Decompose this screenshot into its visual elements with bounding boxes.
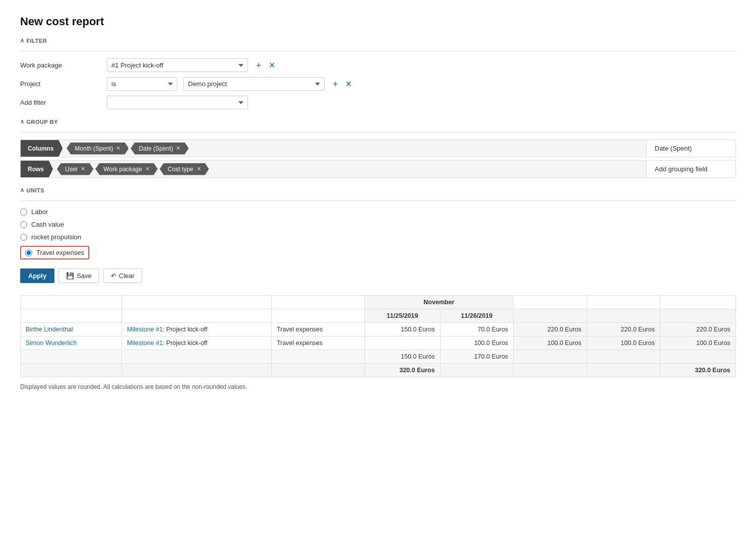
- columns-bar: Columns Month (Spent) ✕ Date (Spent) ✕ D…: [20, 140, 736, 157]
- columns-bar-label: Columns: [21, 140, 62, 157]
- rows-bar-label: Rows: [21, 161, 53, 177]
- tag-cost-type: Cost type ✕: [160, 163, 209, 175]
- totals-empty-4: [514, 350, 587, 364]
- radio-labor-label: Labor: [31, 208, 48, 216]
- tag-user-label: User: [65, 166, 78, 173]
- add-filter-label: Add filter: [20, 99, 101, 106]
- cell-project-2: Project kick-off: [166, 340, 208, 347]
- grand-empty-1: [21, 364, 122, 377]
- totals-empty-1: [21, 350, 122, 364]
- tag-work-package-label: Work package: [103, 166, 142, 173]
- grand-empty-2: [122, 364, 272, 377]
- filter-row-project: Project is Demo project + ✕: [20, 77, 736, 91]
- tag-month-spent-remove[interactable]: ✕: [116, 145, 120, 152]
- grand-empty-5: [440, 364, 513, 377]
- radio-rocket[interactable]: rocket propulsion: [20, 233, 736, 241]
- tag-user-remove[interactable]: ✕: [81, 166, 85, 172]
- cell-sub1-2: 100.0 Euros: [514, 336, 587, 350]
- grand-total: 320.0 Euros: [660, 364, 735, 377]
- radio-travel-input[interactable]: [25, 249, 32, 256]
- th-empty-3: [272, 296, 365, 309]
- th-empty-2: [122, 296, 272, 309]
- radio-cash-value-input[interactable]: [20, 221, 27, 228]
- th-date1: 11/25/2019: [364, 309, 440, 323]
- tag-cost-type-label: Cost type: [168, 166, 194, 173]
- radio-rocket-input[interactable]: [20, 234, 27, 241]
- radio-travel-label: Travel expenses: [36, 249, 84, 256]
- tag-month-spent: Month (Spent) ✕: [67, 143, 129, 155]
- units-radio-group: Labor Cash value rocket propulsion Trave…: [20, 208, 736, 259]
- filter-label: FILTER: [20, 37, 736, 44]
- cell-sub3-2: 100.0 Euros: [660, 336, 735, 350]
- cell-milestone-1[interactable]: Milestone #1: Project kick-off: [122, 323, 272, 336]
- cell-sub3-1: 220.0 Euros: [660, 323, 735, 336]
- units-label: UNITS: [20, 187, 736, 193]
- cell-user-1[interactable]: Birthe Lindenthal: [21, 323, 122, 336]
- tag-user: User ✕: [57, 163, 93, 175]
- cell-sub2-2: 100.0 Euros: [587, 336, 660, 350]
- th-november: November: [364, 296, 513, 309]
- grand-empty-7: [587, 364, 660, 377]
- filter-operator-project[interactable]: is: [107, 77, 177, 91]
- cell-date1-2: [364, 336, 440, 350]
- th-sub3: [660, 309, 735, 323]
- cell-sub2-1: 220.0 Euros: [587, 323, 660, 336]
- tag-cost-type-remove[interactable]: ✕: [197, 166, 201, 172]
- th-empty-1: [21, 296, 122, 309]
- radio-cash-value[interactable]: Cash value: [20, 221, 736, 228]
- filter-label-project: Project: [20, 80, 101, 88]
- th-cost-type: [272, 309, 365, 323]
- grand-empty-3: [272, 364, 365, 377]
- totals-date1: 150.0 Euros: [364, 350, 440, 364]
- filter-value-work-package[interactable]: #1 Project kick-off: [107, 58, 248, 72]
- cell-milestone-2[interactable]: Milestone #1: Project kick-off: [122, 336, 272, 350]
- radio-travel[interactable]: Travel expenses: [20, 246, 89, 259]
- filter-value-project[interactable]: Demo project: [183, 77, 325, 91]
- cell-user-2[interactable]: Simon Wunderlich: [21, 336, 122, 350]
- th-empty-6: [660, 296, 735, 309]
- save-icon: 💾: [66, 272, 74, 280]
- th-empty-5: [587, 296, 660, 309]
- clear-label: Clear: [119, 272, 135, 280]
- tag-date-spent-remove[interactable]: ✕: [176, 145, 180, 152]
- apply-button[interactable]: Apply: [20, 268, 54, 283]
- th-empty-4: [514, 296, 587, 309]
- rows-tags: User ✕ Work package ✕ Cost type ✕: [53, 161, 646, 177]
- tag-date-spent-label: Date (Spent): [139, 145, 173, 152]
- save-label: Save: [77, 272, 92, 280]
- th-milestone: [122, 309, 272, 323]
- tag-work-package: Work package ✕: [95, 163, 157, 175]
- clear-button[interactable]: ↶ Clear: [103, 268, 142, 283]
- filter-section: FILTER Work package #1 Project kick-off …: [20, 37, 736, 109]
- filter-add-project[interactable]: +: [331, 80, 340, 89]
- tag-month-spent-label: Month (Spent): [75, 145, 113, 152]
- rows-bar: Rows User ✕ Work package ✕ Cost type ✕ A…: [20, 160, 736, 178]
- grand-empty-6: [514, 364, 587, 377]
- rows-grouping-select[interactable]: Add grouping field: [651, 163, 731, 175]
- tag-date-spent: Date (Spent) ✕: [131, 143, 188, 155]
- filter-remove-project[interactable]: ✕: [343, 79, 354, 89]
- radio-labor-input[interactable]: [20, 209, 27, 216]
- totals-empty-3: [272, 350, 365, 364]
- radio-labor[interactable]: Labor: [20, 208, 736, 216]
- tag-work-package-remove[interactable]: ✕: [145, 166, 150, 172]
- filter-add-work-package[interactable]: +: [254, 61, 264, 70]
- filter-label-work-package: Work package: [20, 61, 101, 69]
- table-row: Birthe Lindenthal Milestone #1: Project …: [21, 323, 736, 336]
- page-title: New cost report: [20, 15, 736, 28]
- columns-sort-select[interactable]: Date (Spent): [651, 142, 731, 155]
- radio-cash-value-label: Cash value: [31, 221, 64, 228]
- filter-remove-work-package[interactable]: ✕: [267, 60, 277, 70]
- footnote: Displayed values are rounded. All calcul…: [20, 383, 736, 390]
- groupby-label: GROUP BY: [20, 118, 736, 125]
- cell-type-1: Travel expenses: [272, 323, 365, 336]
- groupby-section: GROUP BY Columns Month (Spent) ✕ Date (S…: [20, 118, 736, 178]
- th-date2: 11/26/2019: [440, 309, 513, 323]
- add-filter-select[interactable]: [107, 96, 248, 109]
- save-button[interactable]: 💾 Save: [58, 268, 99, 283]
- radio-rocket-label: rocket propulsion: [31, 233, 81, 241]
- grand-total-row: 320.0 Euros 320.0 Euros: [21, 364, 736, 377]
- th-sub2: [587, 309, 660, 323]
- cell-project-1: Project kick-off: [166, 326, 208, 333]
- totals-empty-5: [587, 350, 660, 364]
